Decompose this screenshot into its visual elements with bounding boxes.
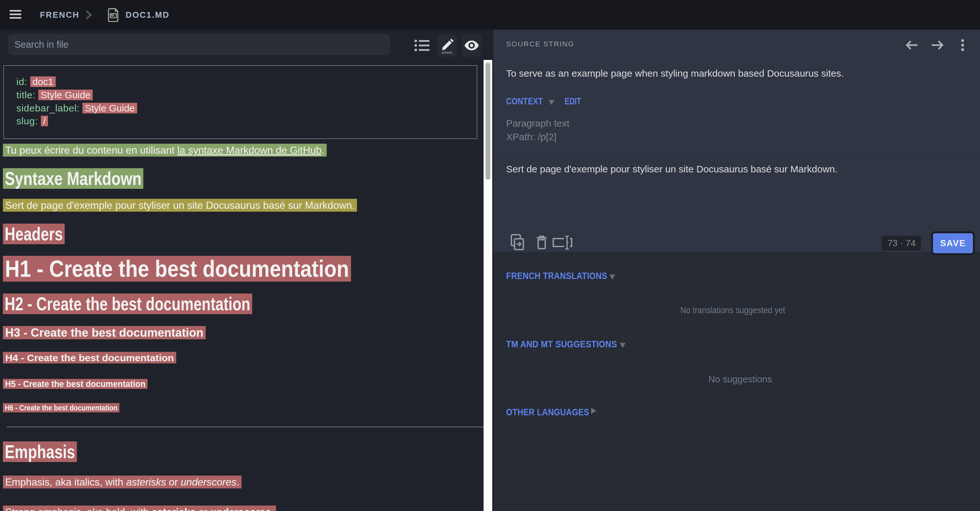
svg-text:↓: ↓: [114, 14, 116, 18]
svg-text:M: M: [111, 14, 114, 18]
